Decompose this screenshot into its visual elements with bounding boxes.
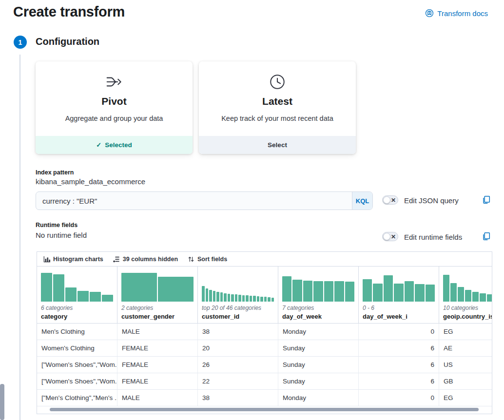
toggle-knob [383, 233, 390, 240]
column-caption: 2 categories [121, 305, 194, 311]
cell-day_of_week[interactable]: Monday [278, 390, 359, 406]
cell-day_of_week_i[interactable]: 6 [359, 373, 439, 389]
cell-customer_gender[interactable]: FEMALE [117, 357, 198, 373]
histogram-bar [268, 297, 271, 302]
histogram-bar [487, 294, 492, 302]
index-pattern-value: kibana_sample_data_ecommerce [36, 177, 145, 186]
histogram-bar [253, 296, 256, 302]
transform-type-cards: Pivot Aggregate and group your data ✓ Se… [36, 61, 356, 154]
cell-customer_id[interactable]: 22 [198, 373, 278, 389]
histogram-bar [213, 291, 216, 302]
latest-card-description: Keep track of your most recent data [221, 115, 333, 122]
toggle-off-icon: ✕ [391, 197, 396, 203]
histogram-bar [384, 275, 393, 302]
cell-geoip.country_iso_[interactable]: EG [439, 324, 492, 340]
copy-runtime-fields-icon[interactable] [482, 232, 490, 241]
histogram-bar [228, 294, 231, 302]
column-header-category[interactable]: 6 categoriescategory [37, 267, 117, 323]
toggle-off-icon: ✕ [391, 233, 396, 239]
cell-category[interactable]: ["Men's Clothing","Men's ... [37, 390, 117, 406]
histogram-bar [220, 292, 223, 302]
table-row: Women's ClothingFEMALE20Sunday6AE [37, 340, 492, 357]
histogram-bar [394, 284, 403, 302]
vertical-scrollbar[interactable] [0, 384, 4, 420]
column-name: customer_gender [121, 313, 194, 320]
histogram-bar [158, 277, 194, 302]
cell-geoip.country_iso_[interactable]: GB [439, 373, 492, 389]
histogram-bar [224, 293, 227, 302]
column-header-day_of_week_i[interactable]: 0 - 6day_of_week_i [359, 267, 439, 323]
cell-customer_gender[interactable]: MALE [117, 324, 198, 340]
sort-fields-label: Sort fields [197, 256, 227, 263]
columns-list-badge-icon [113, 256, 120, 263]
transform-docs-link[interactable]: Transform docs [425, 9, 488, 18]
histogram-bar [121, 273, 157, 302]
column-header-day_of_week[interactable]: 7 categoriesday_of_week [278, 267, 359, 323]
query-input[interactable]: currency : "EUR" [36, 192, 352, 210]
cell-customer_gender[interactable]: MALE [117, 390, 198, 406]
histogram-bar [303, 281, 312, 302]
page-title: Create transform [13, 4, 125, 20]
histogram-bar [480, 293, 486, 302]
histogram-bar [250, 296, 252, 302]
cell-geoip.country_iso_[interactable]: EG [439, 390, 492, 406]
edit-runtime-fields-label[interactable]: Edit runtime fields [404, 233, 462, 241]
table-row: ["Women's Shoes","Wom...FEMALE26Sunday6U… [37, 357, 492, 373]
column-header-customer_id[interactable]: top 20 of 46 categoriescustomer_id [198, 267, 278, 323]
histogram-bar [260, 297, 263, 302]
kql-language-button[interactable]: KQL [352, 192, 372, 210]
cell-geoip.country_iso_[interactable]: US [439, 357, 492, 373]
histogram-bar [257, 296, 260, 302]
cell-category[interactable]: ["Women's Shoes","Wom... [37, 373, 117, 389]
pivot-selected-footer[interactable]: ✓ Selected [36, 136, 193, 154]
histogram-day_of_week_i [363, 270, 435, 302]
cell-day_of_week_i[interactable]: 0 [359, 324, 439, 340]
latest-select-footer[interactable]: Select [199, 136, 356, 154]
histogram-bar [373, 284, 382, 302]
column-caption: 6 categories [41, 305, 113, 311]
histogram-customer_gender [121, 270, 194, 302]
histogram-bar [405, 281, 414, 302]
cell-category[interactable]: Women's Clothing [37, 340, 117, 356]
histogram-bar [78, 291, 89, 302]
cell-day_of_week_i[interactable]: 6 [359, 340, 439, 356]
edit-json-query-toggle[interactable]: ✕ [382, 195, 398, 205]
copy-json-query-icon[interactable] [482, 195, 490, 204]
columns-hidden-button[interactable]: 39 columns hidden [113, 256, 178, 263]
histogram-charts-button[interactable]: Histogram charts [43, 256, 103, 263]
docs-link-label: Transform docs [437, 9, 488, 18]
cell-day_of_week[interactable]: Monday [278, 324, 359, 340]
cell-customer_id[interactable]: 38 [198, 324, 278, 340]
cell-day_of_week[interactable]: Sunday [278, 357, 359, 373]
cell-category[interactable]: ["Women's Shoes","Wom... [37, 357, 117, 373]
cell-day_of_week[interactable]: Sunday [278, 340, 359, 356]
cell-day_of_week[interactable]: Sunday [278, 373, 359, 389]
cell-geoip.country_iso_[interactable]: AE [439, 340, 492, 356]
histogram-geoip.country_iso_ [443, 270, 492, 302]
latest-card[interactable]: Latest Keep track of your most recent da… [199, 61, 356, 154]
cell-customer_id[interactable]: 26 [198, 357, 278, 373]
edit-json-query-label[interactable]: Edit JSON query [404, 196, 459, 205]
query-bar[interactable]: currency : "EUR" KQL [36, 191, 373, 210]
sort-fields-button[interactable]: Sort fields [188, 256, 227, 263]
histogram-bar [345, 282, 354, 302]
cell-category[interactable]: Men's Clothing [37, 324, 117, 340]
histogram-bar [415, 284, 424, 302]
cell-customer_id[interactable]: 20 [198, 340, 278, 356]
histogram-bar [206, 288, 209, 302]
grid-toolbar: Histogram charts 39 columns hidden [37, 252, 492, 267]
cell-customer_gender[interactable]: FEMALE [117, 373, 198, 389]
cell-day_of_week_i[interactable]: 6 [359, 357, 439, 373]
column-caption: 7 categories [282, 305, 354, 311]
column-name: category [41, 313, 113, 320]
edit-runtime-fields-toggle[interactable]: ✕ [382, 232, 398, 241]
histogram-category [41, 270, 113, 302]
cell-customer_id[interactable]: 38 [198, 390, 278, 406]
histogram-bar [426, 285, 435, 302]
pivot-card[interactable]: Pivot Aggregate and group your data ✓ Se… [36, 61, 193, 154]
column-header-customer_gender[interactable]: 2 categoriescustomer_gender [117, 267, 198, 323]
cell-customer_gender[interactable]: FEMALE [117, 340, 198, 356]
horizontal-scrollbar[interactable] [50, 408, 479, 411]
cell-day_of_week_i[interactable]: 0 [359, 390, 439, 406]
column-header-geoip.country_iso_[interactable]: 10 categoriesgeoip.country_iso_ [439, 267, 492, 323]
